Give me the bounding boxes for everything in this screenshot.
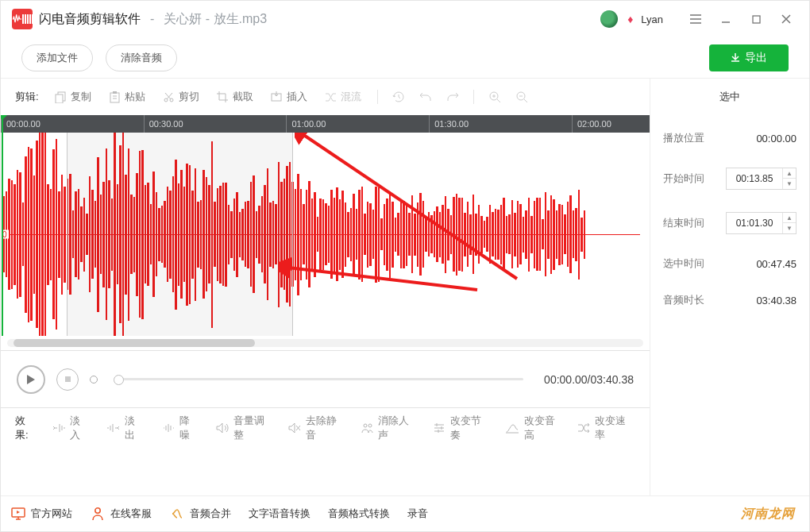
crop-button[interactable]: 截取 xyxy=(210,85,260,109)
add-file-button[interactable]: 添加文件 xyxy=(21,44,93,71)
time-ruler[interactable]: 00:00.00 00:30.00 01:00.00 01:30.00 02:0… xyxy=(1,115,650,133)
svg-rect-3 xyxy=(110,93,119,102)
start-time-row: 开始时间 00:13.85 ▲▼ xyxy=(663,168,796,190)
denoise-button[interactable]: 降噪 xyxy=(156,409,202,447)
volume-icon xyxy=(216,421,229,435)
cut-button[interactable]: 剪切 xyxy=(156,85,206,109)
svg-point-17 xyxy=(368,424,372,427)
spin-down-button[interactable]: ▼ xyxy=(783,223,796,233)
ruler-tick: 00:30.00 xyxy=(144,115,183,133)
effects-bar: 效果: 淡入 淡出 降噪 音量调整 去除静音 消除人声 改变节奏 改变音高 改变… xyxy=(1,407,650,447)
ruler-tick: 01:00.00 xyxy=(286,115,326,133)
play-position-row: 播放位置 00:00.00 xyxy=(663,131,796,145)
undo-button[interactable] xyxy=(415,86,437,108)
svg-rect-4 xyxy=(113,91,117,94)
redo-button[interactable] xyxy=(442,86,464,108)
scrollbar-thumb[interactable] xyxy=(14,339,255,347)
edit-toolbar: 剪辑: 复制 粘贴 剪切 截取 插入 混流 xyxy=(1,79,650,115)
spin-up-button[interactable]: ▲ xyxy=(783,168,796,179)
record-link[interactable]: 录音 xyxy=(407,507,428,521)
format-convert-link[interactable]: 音频格式转换 xyxy=(328,507,390,521)
history-button[interactable] xyxy=(388,86,410,108)
undo-icon xyxy=(419,91,432,103)
end-time-input[interactable]: 01:01.30 ▲▼ xyxy=(726,212,796,234)
svg-line-13 xyxy=(288,268,477,290)
selected-time-row: 选中时间 00:47.45 xyxy=(663,256,796,271)
fade-out-button[interactable]: 淡出 xyxy=(101,409,148,447)
speed-button[interactable]: 改变速率 xyxy=(571,409,635,447)
fade-in-button[interactable]: 淡入 xyxy=(46,409,93,447)
ruler-tick: 02:00.00 xyxy=(572,115,611,133)
copy-icon xyxy=(55,91,68,103)
avatar[interactable] xyxy=(600,10,618,28)
support-icon xyxy=(90,506,106,522)
clear-audio-button[interactable]: 清除音频 xyxy=(106,44,177,71)
merge-link[interactable]: 音频合并 xyxy=(169,506,231,522)
scissors-icon xyxy=(163,91,176,103)
svg-rect-2 xyxy=(56,94,63,103)
zoom-out-button[interactable] xyxy=(511,86,533,108)
insert-button[interactable]: 插入 xyxy=(264,85,314,109)
tempo-icon xyxy=(433,421,446,435)
seek-start-dot xyxy=(90,376,98,384)
tempo-button[interactable]: 改变节奏 xyxy=(426,409,491,447)
stop-button[interactable] xyxy=(56,368,79,391)
remove-vocal-button[interactable]: 消除人声 xyxy=(354,409,418,447)
trim-silence-button[interactable]: 去除静音 xyxy=(282,409,346,447)
speed-icon xyxy=(577,421,590,435)
svg-point-19 xyxy=(95,508,100,513)
timeline: 00:00.00 00:30.00 01:00.00 01:30.00 02:0… xyxy=(1,115,650,336)
edit-label: 剪辑: xyxy=(15,90,39,104)
official-site-link[interactable]: 官方网站 xyxy=(10,506,72,522)
annotation-arrow-icon xyxy=(279,226,485,306)
tts-link[interactable]: 文字语音转换 xyxy=(249,507,310,521)
export-icon xyxy=(731,52,740,64)
selection-overlay[interactable] xyxy=(67,133,292,336)
top-action-bar: 添加文件 清除音频 导出 xyxy=(1,37,809,79)
vocal-icon xyxy=(361,421,373,435)
title-separator: - xyxy=(150,12,154,26)
history-icon xyxy=(392,91,405,103)
seek-track[interactable] xyxy=(118,378,523,380)
minimize-button[interactable] xyxy=(714,8,738,30)
fade-in-icon xyxy=(52,421,65,435)
svg-rect-15 xyxy=(65,376,71,382)
playhead[interactable] xyxy=(2,115,3,336)
pitch-button[interactable]: 改变音高 xyxy=(499,409,563,447)
waveform-scrollbar[interactable] xyxy=(1,336,650,350)
export-button[interactable]: 导出 xyxy=(709,44,789,71)
mute-icon xyxy=(288,421,301,435)
svg-rect-0 xyxy=(753,16,760,23)
current-file-name: 关心妍 - 放生.mp3 xyxy=(164,11,267,28)
playback-bar: 00:00.00/03:40.38 xyxy=(1,350,650,407)
monitor-icon xyxy=(10,506,26,522)
paste-icon xyxy=(109,91,122,103)
insert-icon xyxy=(271,91,284,103)
redo-icon xyxy=(446,91,459,103)
maximize-button[interactable] xyxy=(744,8,768,30)
side-header: 选中 xyxy=(650,79,809,115)
mix-button[interactable]: 混流 xyxy=(318,85,368,109)
start-time-input[interactable]: 00:13.85 ▲▼ xyxy=(726,168,796,190)
crop-icon xyxy=(217,91,230,103)
spin-up-button[interactable]: ▲ xyxy=(783,213,796,223)
waveform-area[interactable]: 0 xyxy=(1,133,650,336)
ruler-tick: 01:30.00 xyxy=(429,115,469,133)
play-button[interactable] xyxy=(17,365,45,394)
volume-button[interactable]: 音量调整 xyxy=(210,409,274,447)
username[interactable]: Lyan xyxy=(641,13,663,25)
close-button[interactable] xyxy=(774,8,798,30)
watermark: 河南龙网 xyxy=(741,506,795,522)
spin-down-button[interactable]: ▼ xyxy=(783,179,796,189)
fade-out-icon xyxy=(107,421,120,435)
copy-button[interactable]: 复制 xyxy=(48,85,98,109)
support-link[interactable]: 在线客服 xyxy=(90,506,152,522)
end-time-row: 结束时间 01:01.30 ▲▼ xyxy=(663,212,796,234)
zoom-in-button[interactable] xyxy=(484,86,506,108)
time-readout: 00:00.00/03:40.38 xyxy=(544,373,634,386)
title-bar: 闪电音频剪辑软件 - 关心妍 - 放生.mp3 ♦ Lyan xyxy=(1,1,809,37)
svg-marker-14 xyxy=(27,375,35,384)
menu-button[interactable] xyxy=(684,8,708,30)
footer-bar: 官方网站 在线客服 音频合并 文字语音转换 音频格式转换 录音 河南龙网 xyxy=(1,495,809,531)
paste-button[interactable]: 粘贴 xyxy=(102,85,152,109)
